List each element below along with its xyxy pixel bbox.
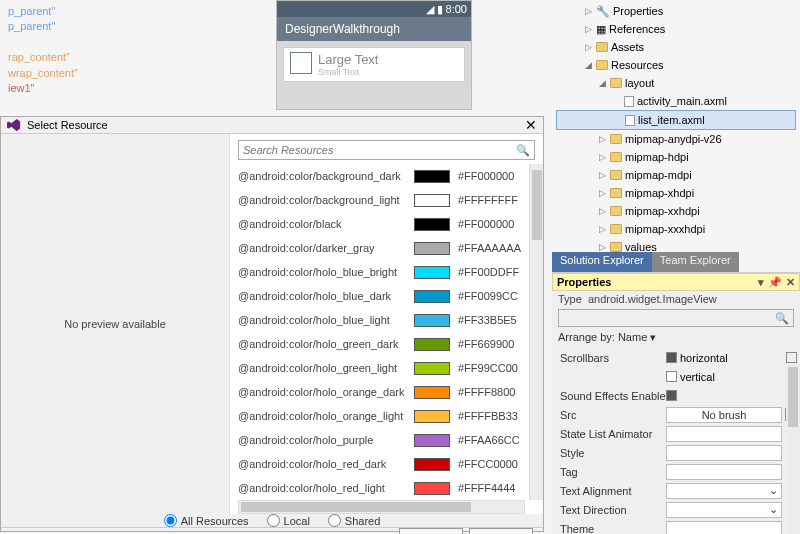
resource-row[interactable]: @android:color/holo_blue_dark #FF0099CC: [238, 284, 528, 308]
expand-toggle[interactable]: ▷: [598, 184, 607, 202]
search-icon[interactable]: 🔍: [516, 144, 530, 157]
resource-row[interactable]: @android:color/holo_orange_dark #FFFF880…: [238, 380, 528, 404]
resource-row[interactable]: @android:color/holo_orange_light #FFFFBB…: [238, 404, 528, 428]
radio-local[interactable]: Local: [267, 514, 310, 527]
close-icon[interactable]: ✕: [786, 276, 795, 289]
small-text[interactable]: Small Text: [318, 67, 378, 77]
expand-toggle[interactable]: ▷: [598, 130, 607, 148]
property-combo[interactable]: ⌄: [666, 502, 782, 518]
ok-button[interactable]: OK: [399, 528, 463, 534]
tree-node[interactable]: ▷▦References: [556, 20, 796, 38]
tree-label: References: [609, 20, 665, 38]
color-swatch: [414, 266, 450, 279]
tree-node[interactable]: list_item.axml: [556, 110, 796, 130]
tree-node[interactable]: ▷mipmap-anydpi-v26: [556, 130, 796, 148]
scrollbar-vertical[interactable]: [529, 164, 543, 500]
property-value[interactable]: [666, 445, 782, 461]
color-swatch: [414, 314, 450, 327]
tree-node[interactable]: ◢layout: [556, 74, 796, 92]
checkbox[interactable]: [666, 371, 677, 382]
imageview-placeholder[interactable]: [290, 52, 312, 74]
tree-node[interactable]: ▷mipmap-xxxhdpi: [556, 220, 796, 238]
resource-hex: #FFAA66CC: [458, 434, 528, 446]
property-label: State List Animator: [554, 428, 666, 440]
resource-row[interactable]: @android:color/holo_blue_light #FF33B5E5: [238, 308, 528, 332]
color-swatch: [414, 410, 450, 423]
cancel-button[interactable]: Cancel: [469, 528, 533, 534]
expand-toggle[interactable]: ▷: [584, 38, 593, 56]
resource-row[interactable]: @android:color/background_light #FFFFFFF…: [238, 188, 528, 212]
expand-toggle[interactable]: ◢: [584, 56, 593, 74]
checkbox[interactable]: [666, 390, 677, 401]
tree-node[interactable]: ▷Assets: [556, 38, 796, 56]
phone-time: 8:00: [446, 3, 467, 15]
resource-hex: #FFCC0000: [458, 458, 528, 470]
properties-search[interactable]: 🔍: [558, 309, 794, 327]
tab-team-explorer[interactable]: Team Explorer: [652, 252, 739, 272]
property-combo[interactable]: ⌄: [666, 483, 782, 499]
resource-row[interactable]: @android:color/black #FF000000: [238, 212, 528, 236]
property-label: Sound Effects Enabled: [554, 390, 666, 402]
color-swatch: [414, 218, 450, 231]
color-swatch: [414, 194, 450, 207]
resource-row[interactable]: @android:color/holo_blue_bright #FF00DDF…: [238, 260, 528, 284]
expand-toggle[interactable]: ▷: [598, 148, 607, 166]
list-item-card[interactable]: Large Text Small Text: [283, 47, 465, 82]
property-value[interactable]: [666, 426, 782, 442]
dialog-titlebar: Select Resource ✕: [1, 117, 543, 133]
tree-node[interactable]: ▷mipmap-hdpi: [556, 148, 796, 166]
close-icon[interactable]: ✕: [525, 117, 537, 133]
dropdown-icon[interactable]: ▾: [758, 276, 764, 289]
resource-hex: #FF00DDFF: [458, 266, 528, 278]
references-icon: ▦: [596, 20, 606, 38]
vs-icon: [7, 118, 21, 132]
resource-hex: #FFFFFFFF: [458, 194, 528, 206]
arrange-by[interactable]: Arrange by: Name ▾: [552, 329, 800, 346]
expand-toggle[interactable]: ▷: [584, 2, 593, 20]
tree-node[interactable]: ▷mipmap-mdpi: [556, 166, 796, 184]
search-input[interactable]: Search Resources 🔍: [238, 140, 535, 160]
tab-solution-explorer[interactable]: Solution Explorer: [552, 252, 652, 272]
resource-row[interactable]: @android:color/holo_purple #FFAA66CC: [238, 428, 528, 452]
properties-scrollbar[interactable]: [786, 363, 800, 534]
property-marker[interactable]: [786, 352, 797, 363]
checkbox[interactable]: [666, 352, 677, 363]
resource-row[interactable]: @android:color/holo_red_dark #FFCC0000: [238, 452, 528, 476]
property-value[interactable]: [666, 464, 782, 480]
property-value[interactable]: No brush: [666, 407, 782, 423]
tree-label: mipmap-xxhdpi: [625, 202, 700, 220]
expand-toggle[interactable]: ▷: [598, 220, 607, 238]
resource-name: @android:color/holo_green_light: [238, 362, 406, 374]
expand-toggle[interactable]: ▷: [584, 20, 593, 38]
android-designer-preview: ◢ ▮ 8:00 DesignerWalkthrough Large Text …: [276, 0, 472, 110]
resource-name: @android:color/background_light: [238, 194, 406, 206]
property-row: Style: [554, 443, 800, 462]
expand-toggle[interactable]: ▷: [598, 202, 607, 220]
resource-row[interactable]: @android:color/holo_green_dark #FF669900: [238, 332, 528, 356]
filter-radios: All Resources Local Shared: [1, 514, 543, 527]
tree-node[interactable]: ◢Resources: [556, 56, 796, 74]
tree-node[interactable]: ▷mipmap-xhdpi: [556, 184, 796, 202]
tree-node[interactable]: ▷🔧Properties: [556, 2, 796, 20]
tree-node[interactable]: activity_main.axml: [556, 92, 796, 110]
folder-icon: [596, 42, 608, 52]
resource-hex: #FF0099CC: [458, 290, 528, 302]
resource-row[interactable]: @android:color/holo_red_light #FFFF4444: [238, 476, 528, 500]
resource-row[interactable]: @android:color/holo_green_light #FF99CC0…: [238, 356, 528, 380]
radio-all[interactable]: All Resources: [164, 514, 249, 527]
resource-row[interactable]: @android:color/background_dark #FF000000: [238, 164, 528, 188]
expand-toggle[interactable]: ◢: [598, 74, 607, 92]
search-icon[interactable]: 🔍: [775, 312, 789, 325]
pin-icon[interactable]: 📌: [768, 276, 782, 289]
resource-name: @android:color/holo_orange_light: [238, 410, 406, 422]
resource-row[interactable]: @android:color/darker_gray #FFAAAAAA: [238, 236, 528, 260]
radio-shared[interactable]: Shared: [328, 514, 380, 527]
property-row: Scrollbars horizontal: [554, 348, 800, 367]
resource-hex: #FF99CC00: [458, 362, 528, 374]
expand-toggle[interactable]: ▷: [598, 166, 607, 184]
folder-icon: [610, 224, 622, 234]
property-value[interactable]: [666, 521, 782, 535]
tree-node[interactable]: ▷mipmap-xxhdpi: [556, 202, 796, 220]
large-text[interactable]: Large Text: [318, 52, 378, 67]
scrollbar-horizontal[interactable]: [238, 500, 525, 514]
